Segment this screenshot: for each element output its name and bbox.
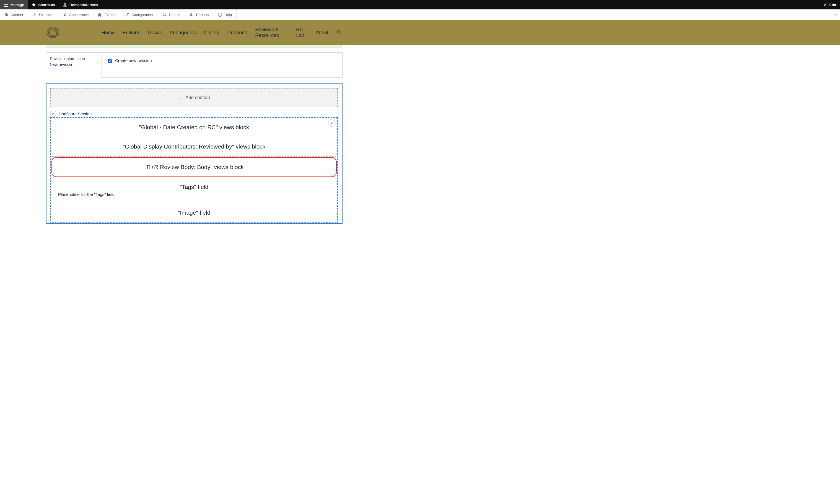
nav-unbound[interactable]: Unbound [227,30,247,36]
block-tags[interactable]: "Tags" field Placeholder for the "Tags" … [52,178,336,203]
svg-rect-5 [193,15,193,16]
svg-point-13 [337,30,340,33]
nav-search[interactable] [337,30,342,36]
layout-builder: ＋ Add section Configure Section 1 "Globa… [46,83,342,224]
user-label: RomanticCircles [69,3,98,7]
extend-button[interactable]: Extend [93,10,120,20]
wrench-icon [125,13,129,17]
people-button[interactable]: People [157,10,185,20]
people-label: People [169,13,180,17]
add-section-button[interactable]: ＋ Add section [50,88,338,107]
reports-button[interactable]: Reports [185,10,214,20]
remove-section-button[interactable] [50,111,56,117]
structure-label: Structure [39,13,54,17]
svg-rect-2 [4,6,8,7]
sub-spacer [236,10,830,20]
toggle-orientation[interactable] [830,10,840,20]
shortcuts-button[interactable]: Shortcuts [28,0,59,10]
bars-icon [190,13,194,17]
pencil-icon [823,3,827,7]
site-logo[interactable] [46,25,60,40]
appearance-button[interactable]: Appearance [58,10,93,20]
page-content: Revision information New revision Create… [46,48,342,224]
block-image[interactable]: "Image" field [52,203,336,223]
block-label: "Global - Date Created on RC" views bloc… [139,124,249,130]
create-revision-label: Create new revision [115,58,152,63]
manage-label: Manage [11,3,24,7]
edit-button[interactable]: Edit [819,0,840,10]
block-label: "Tags" field [180,184,209,190]
close-icon [52,112,55,115]
plus-icon: ＋ [178,94,184,102]
block-review-body[interactable]: "R+R Review Body: Body" views block [52,157,337,177]
nav-home[interactable]: Home [102,30,115,36]
block-date-created[interactable]: "Global - Date Created on RC" views bloc… [52,118,336,137]
scribble-logo-icon [46,26,60,39]
revision-tab[interactable]: Revision information New revision [46,52,102,71]
nav-reviews[interactable]: Reviews & Resources [255,27,288,38]
add-section-label: Add section [185,95,210,101]
extend-label: Extend [104,13,115,17]
edit-label: Edit [829,3,836,7]
search-icon [337,30,342,35]
people-icon [162,13,167,17]
appearance-label: Appearance [69,13,89,17]
block-contributors[interactable]: "Global Display Contributors: Reviewed b… [52,137,336,157]
reports-label: Reports [196,13,209,17]
revision-tab-title: Revision information [50,56,98,62]
nav-rclab[interactable]: RC Lab [296,27,308,38]
revision-info-panel: Revision information New revision Create… [46,52,342,78]
admin-toolbar-sub: Content Structure Appearance Extend Conf… [0,10,840,20]
admin-toolbar-top: Manage Shortcuts RomanticCircles Edit [0,0,840,10]
paint-icon [62,13,67,17]
star-icon [32,2,36,7]
section-header: Configure Section 1 [50,111,338,117]
svg-rect-3 [190,14,191,16]
help-label: Help [225,13,232,17]
site-header: Home Editions Praxis Pedagogies Gallery … [0,20,840,45]
create-revision-checkbox[interactable] [108,59,112,63]
block-label: "Global Display Contributors: Reviewed b… [123,143,266,150]
section-1: "Global - Date Created on RC" views bloc… [50,117,338,223]
block-label: "R+R Review Body: Body" views block [144,164,244,170]
structure-button[interactable]: Structure [28,10,58,20]
shortcuts-label: Shortcuts [38,3,55,7]
toolbar-spacer [102,0,820,10]
block-placeholder: Placeholder for the "Tags" field [55,192,334,197]
block-label: "Image" field [178,210,211,216]
nav-praxis[interactable]: Praxis [148,30,162,36]
svg-point-12 [49,30,56,36]
content-button[interactable]: Content [0,10,28,20]
configuration-label: Configuration [131,13,153,17]
user-menu[interactable]: RomanticCircles [59,0,102,10]
message-region-remnant [46,45,342,48]
revision-tab-body: Create new revision [102,52,342,78]
hierarchy-icon [32,13,37,17]
help-button[interactable]: ? Help [213,10,236,20]
manage-button[interactable]: Manage [0,0,28,10]
svg-text:?: ? [219,13,221,16]
nav-pedagogies[interactable]: Pedagogies [169,30,196,36]
svg-rect-4 [191,13,192,16]
nav-gallery[interactable]: Gallery [204,30,219,36]
arrow-left-icon [833,13,837,17]
configure-section-link[interactable]: Configure Section 1 [59,111,95,116]
primary-nav: Home Editions Praxis Pedagogies Gallery … [102,27,342,38]
nav-about[interactable]: About [316,30,328,36]
revision-tab-sub: New revision [50,62,98,68]
svg-rect-0 [4,3,8,3]
help-icon: ? [218,13,222,17]
doc-icon [4,13,8,17]
configuration-button[interactable]: Configuration [120,10,157,20]
nav-editions[interactable]: Editions [123,30,140,36]
content-label: Content [11,13,23,17]
puzzle-icon [98,13,102,17]
svg-rect-1 [4,4,8,5]
svg-line-14 [340,33,341,34]
person-icon [63,2,67,7]
hamburger-icon [4,3,8,7]
